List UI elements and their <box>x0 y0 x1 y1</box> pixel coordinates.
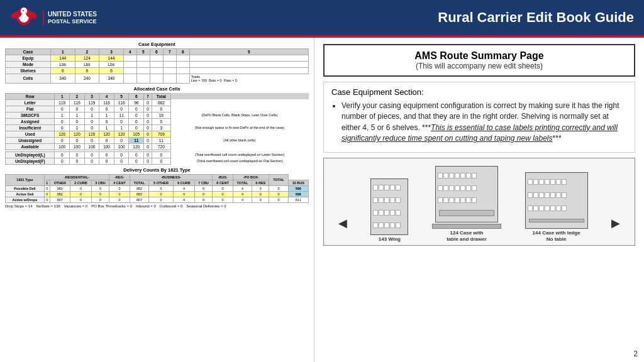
wing-143-label: 143 Wing <box>379 236 401 243</box>
case-124: 124 Case withtable and drawer <box>432 166 501 242</box>
case-wing-143: 143 Wing <box>370 178 408 243</box>
page-number: 2 <box>633 349 638 358</box>
case-equipment-bullet: Verify your casing equipment configurati… <box>341 101 627 145</box>
possible-deli-row: Possible Deli 098200 0 982 040 0 4 00 59… <box>6 185 309 191</box>
bottom-stats: Drop Stops = 14 NoStats = 136 Vacancies … <box>5 204 309 208</box>
case-124-label: 124 Case withtable and drawer <box>447 230 487 242</box>
cells-label: Cells <box>6 74 51 84</box>
active-deli-row: Active Deli 088200 0 882 040 0 4 00 596 <box>6 191 309 197</box>
right-arrow-icon: ▶ <box>611 216 620 230</box>
case-144: 144 Case with ledgeNo table <box>525 172 588 242</box>
active-drops-row: Active w/Drops 080700 0 807 040 0 4 00 8… <box>6 197 309 202</box>
main-content: Case Equipment Case123456789 Equip 144 1… <box>0 38 644 362</box>
delivery-title: Delivery Counts By 1821 Type <box>5 167 309 173</box>
left-panel: Case Equipment Case123456789 Equip 144 1… <box>0 38 314 362</box>
allocated-title: Allocated Case Cells <box>5 86 309 92</box>
ams-title: AMS Route Summary Page <box>332 50 626 62</box>
delivery-table: 1821 Type -RESIDENTIAL- -REG- -BUSINESS-… <box>5 174 309 203</box>
drawer <box>439 210 494 216</box>
ams-box: AMS Route Summary Page (This will accomp… <box>323 44 635 77</box>
usps-eagle-logo <box>10 4 38 31</box>
case-144-label: 144 Case with ledgeNo table <box>533 230 580 242</box>
equip-label: Equip <box>6 55 51 62</box>
case-equipment-title: Case Equipment <box>5 41 309 47</box>
mode-label: Mode <box>6 62 51 68</box>
case-equipment-section-title: Case Equipment Section: <box>331 87 627 97</box>
ledge <box>529 219 584 222</box>
case-diagram: ◀ <box>323 158 635 246</box>
usps-text: UNITED STATES POSTAL SERVICE <box>43 11 97 25</box>
logo-area: UNITED STATES POSTAL SERVICE <box>10 4 97 31</box>
info-box: Case Equipment Section: Verify your casi… <box>323 82 635 153</box>
left-arrow-icon: ◀ <box>338 216 347 230</box>
header-title: Rural Carrier Edit Book Guide <box>97 9 634 26</box>
right-panel: AMS Route Summary Page (This will accomp… <box>314 38 644 362</box>
svg-point-7 <box>23 10 24 11</box>
allocated-table: Row1234567Total Letter 11911611911611696… <box>5 93 309 165</box>
shelves-label: Shelves <box>6 68 51 74</box>
table-surface <box>432 224 501 229</box>
header: UNITED STATES POSTAL SERVICE Rural Carri… <box>0 0 644 35</box>
ams-subtitle: (This will accompany new edit sheets) <box>332 62 626 70</box>
case-equipment-table: Case123456789 Equip 144 124 144 Mode Lbs… <box>5 48 309 84</box>
